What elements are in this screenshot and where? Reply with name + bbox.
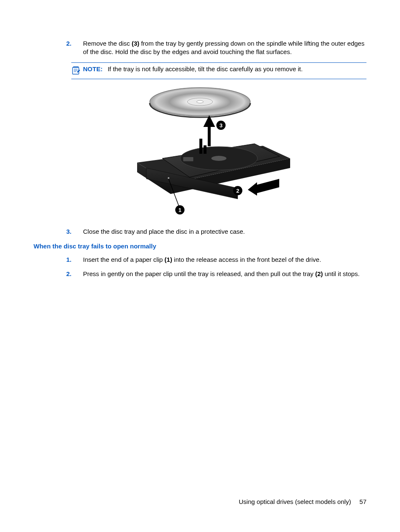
svg-text:3: 3	[219, 122, 222, 129]
svg-rect-13	[183, 157, 193, 161]
step-text-bold: (1)	[164, 256, 172, 263]
note-box: NOTE: If the tray is not fully accessibl…	[71, 62, 366, 79]
page: 2. Remove the disc (3) from the tray by …	[0, 0, 400, 532]
note-text: If the tray is not fully accessible, til…	[108, 65, 303, 72]
step-body: Press in gently on the paper clip until …	[83, 270, 366, 278]
svg-text:2: 2	[236, 188, 239, 194]
svg-point-6	[197, 101, 203, 103]
step-text-c: until it stops.	[323, 270, 360, 277]
step-text-bold: (3)	[132, 40, 139, 47]
svg-point-12	[211, 156, 226, 161]
step-b2: 2. Press in gently on the paper clip unt…	[34, 270, 366, 278]
step-body: Insert the end of a paper clip (1) into …	[83, 256, 366, 264]
step-text-a: Remove the disc	[83, 40, 132, 47]
disc	[150, 88, 250, 117]
step-text-bold: (2)	[315, 270, 323, 277]
svg-marker-17	[248, 179, 279, 196]
callout-1: 1	[175, 205, 184, 214]
page-number: 57	[359, 498, 366, 505]
note-icon	[71, 65, 81, 75]
step-b1: 1. Insert the end of a paper clip (1) in…	[34, 256, 366, 264]
step-text-c: into the release access in the front bez…	[172, 256, 321, 263]
step-2: 2. Remove the disc (3) from the tray by …	[34, 39, 366, 57]
step-number: 2.	[66, 270, 83, 278]
page-footer: Using optical drives (select models only…	[239, 498, 366, 505]
step-number: 1.	[66, 256, 83, 264]
svg-point-15	[168, 177, 169, 179]
footer-section: Using optical drives (select models only…	[239, 498, 351, 505]
step-number: 2.	[66, 39, 83, 57]
step-body: Close the disc tray and place the disc i…	[83, 227, 366, 236]
section-heading: When the disc tray fails to open normall…	[34, 243, 366, 250]
svg-text:1: 1	[178, 207, 181, 213]
note-label: NOTE:	[83, 65, 103, 72]
step-3: 3. Close the disc tray and place the dis…	[34, 227, 366, 236]
optical-drive-illustration: 3 2 1	[99, 85, 301, 219]
callout-3: 3	[216, 121, 226, 130]
step-body: Remove the disc (3) from the tray by gen…	[83, 39, 366, 57]
diagram: 3 2 1	[34, 85, 366, 219]
in-arrow-icon	[248, 179, 279, 196]
svg-rect-0	[73, 67, 79, 74]
step-number: 3.	[66, 227, 83, 236]
step-text: Close the disc tray and place the disc i…	[83, 228, 245, 235]
callout-2: 2	[233, 186, 242, 195]
step-text-a: Press in gently on the paper clip until …	[83, 270, 315, 277]
step-text-a: Insert the end of a paper clip	[83, 256, 164, 263]
